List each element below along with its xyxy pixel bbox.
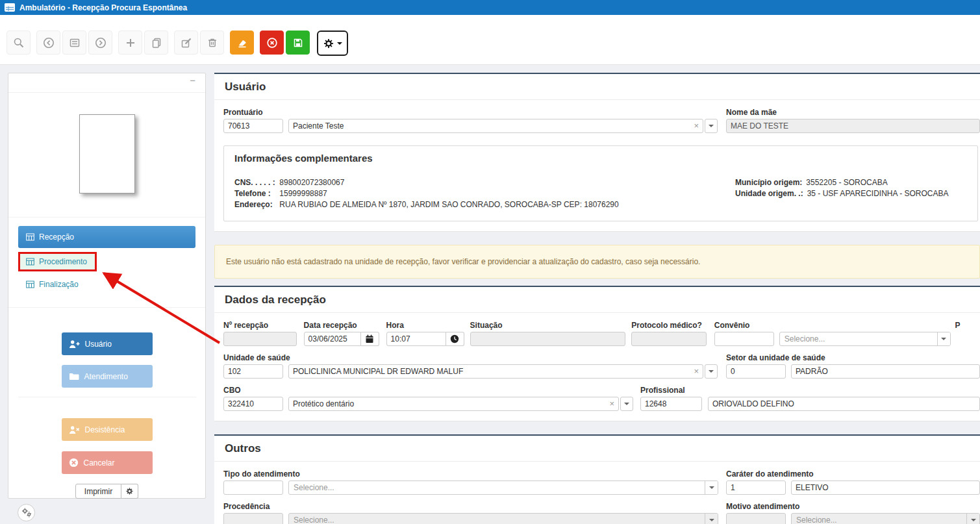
- tipo-atendimento-label: Tipo do atendimento: [223, 469, 718, 479]
- procedencia-label: Procedência: [223, 502, 718, 511]
- save-icon: [292, 36, 305, 49]
- tipo-code-input[interactable]: [223, 480, 283, 495]
- carater-name-input[interactable]: [791, 480, 980, 495]
- patient-dropdown-button[interactable]: [705, 119, 718, 133]
- trash-icon: [206, 36, 219, 49]
- gears-icon: [21, 508, 32, 518]
- desistencia-button[interactable]: Desistência: [62, 418, 153, 441]
- procedencia-code-input: [223, 513, 283, 524]
- unidade-dropdown-button[interactable]: [705, 364, 718, 379]
- sidebar-item-finalizacao[interactable]: Finalização: [18, 276, 195, 293]
- previous-button[interactable]: [36, 31, 60, 55]
- divider: [18, 397, 196, 397]
- app-icon: [5, 3, 15, 12]
- cbo-code-input[interactable]: [223, 397, 283, 411]
- table-icon: [26, 281, 34, 288]
- info-row-cns: CNS. . . . . : 898002072380067: [234, 177, 735, 188]
- tipo-select[interactable]: Selecione...: [288, 480, 718, 495]
- motivo-code-input: [726, 513, 786, 524]
- clear-icon[interactable]: ×: [694, 366, 699, 376]
- search-button[interactable]: [6, 31, 31, 55]
- profissional-code-input[interactable]: [640, 397, 702, 411]
- convenio-code-input[interactable]: [714, 332, 774, 346]
- cbo-dropdown-button[interactable]: [620, 397, 633, 411]
- cancel-circle-icon: [266, 36, 279, 49]
- hora-input[interactable]: [386, 332, 446, 346]
- unidade-name-input[interactable]: [288, 364, 703, 379]
- previous-icon: [42, 36, 55, 49]
- data-recepcao-label: Data recepção: [304, 321, 379, 330]
- clear-button[interactable]: [230, 31, 254, 55]
- nr-recepcao-input: [223, 332, 297, 346]
- cancelar-button[interactable]: Cancelar: [62, 451, 153, 474]
- person-plus-icon: [69, 340, 80, 349]
- annotation-highlight-box: Procedimento: [18, 252, 97, 271]
- folder-icon: [69, 372, 79, 381]
- delete-button[interactable]: [200, 31, 224, 55]
- add-button[interactable]: [118, 31, 142, 55]
- edit-button[interactable]: [174, 31, 198, 55]
- setor-label: Setor da unidade de saúde: [726, 353, 980, 362]
- sidebar-item-label: Recepção: [39, 232, 74, 242]
- chevron-down-icon: [705, 481, 718, 494]
- gear-icon: [323, 38, 334, 49]
- search-icon: [12, 36, 25, 49]
- chevron-down-icon: [709, 370, 714, 373]
- settings-fab-button[interactable]: [18, 504, 35, 521]
- cbo-name-input[interactable]: [288, 397, 619, 411]
- collapse-button[interactable]: −: [190, 75, 195, 85]
- sidebar-panel: − Recepção Procedimento Finalização Usuá…: [8, 73, 206, 499]
- clock-icon[interactable]: [446, 332, 464, 346]
- usuario-button[interactable]: Usuário: [62, 332, 153, 355]
- convenio-select[interactable]: Selecione...: [779, 332, 951, 346]
- edit-icon: [180, 36, 193, 49]
- mother-name-input: [726, 119, 980, 133]
- sidebar-item-label: Finalização: [39, 280, 79, 289]
- add-icon: [124, 36, 137, 49]
- list-button[interactable]: [62, 31, 86, 55]
- clear-icon[interactable]: ×: [609, 399, 614, 408]
- imprimir-button[interactable]: Imprimir: [75, 484, 121, 499]
- sidebar-item-procedimento[interactable]: Procedimento: [18, 252, 195, 271]
- copy-button[interactable]: [144, 31, 168, 55]
- cancel-button[interactable]: [260, 31, 284, 55]
- unidade-code-input[interactable]: [223, 364, 283, 379]
- dados-recepcao-title: Dados da recepção: [214, 287, 980, 313]
- patient-name-input[interactable]: [288, 119, 703, 133]
- profissional-name-input[interactable]: [708, 397, 980, 411]
- save-button[interactable]: [286, 31, 310, 55]
- data-recepcao-input[interactable]: [304, 332, 361, 346]
- atendimento-button[interactable]: Atendimento: [62, 365, 153, 388]
- situacao-input: [470, 332, 626, 346]
- info-row-unidade-origem: Unidade origem. .:35 - USF APARECIDINHA …: [735, 188, 967, 199]
- chevron-down-icon: [337, 42, 342, 45]
- print-settings-button[interactable]: [121, 484, 138, 499]
- button-label: Cancelar: [84, 458, 115, 468]
- carater-atendimento-label: Caráter do atendimento: [726, 469, 980, 479]
- setor-name-input[interactable]: [791, 364, 980, 379]
- cutoff-field-label: P: [955, 321, 980, 330]
- settings-dropdown-button[interactable]: [317, 31, 348, 56]
- situacao-label: Situação: [470, 321, 626, 330]
- button-label: Atendimento: [84, 372, 128, 381]
- clear-icon[interactable]: ×: [694, 121, 699, 131]
- next-button[interactable]: [88, 31, 112, 55]
- carater-code-input[interactable]: [726, 480, 786, 495]
- prontuario-code-input[interactable]: [223, 119, 283, 133]
- sidebar-item-recepcao[interactable]: Recepção: [18, 226, 195, 248]
- setor-code-input[interactable]: [726, 364, 786, 379]
- copy-icon: [150, 36, 163, 49]
- person-remove-icon: [69, 425, 80, 434]
- chevron-down-icon: [705, 514, 718, 524]
- motivo-select: Selecione...: [791, 513, 980, 524]
- unidade-saude-label: Unidade de saúde: [223, 353, 718, 362]
- calendar-icon[interactable]: [361, 332, 379, 346]
- sidebar-header: −: [8, 73, 205, 93]
- cbo-label: CBO: [223, 386, 633, 395]
- nr-recepcao-label: Nº recepção: [223, 321, 297, 330]
- sidebar-nav: Recepção Procedimento Finalização: [8, 217, 205, 299]
- print-group: Imprimir: [75, 484, 138, 499]
- toolbar: [0, 15, 980, 65]
- prontuario-label: Prontuário: [223, 108, 718, 117]
- table-icon: [26, 233, 34, 241]
